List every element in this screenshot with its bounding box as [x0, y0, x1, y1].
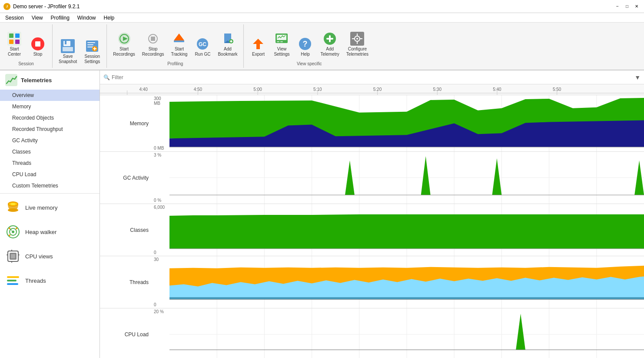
svg-rect-70 — [7, 280, 17, 281]
start-recordings-label: StartRecordings — [113, 47, 135, 57]
filter-input[interactable] — [112, 74, 633, 80]
sidebar-item-live-memory[interactable]: Live memory — [0, 195, 100, 220]
run-gc-label: Run GC — [195, 52, 210, 57]
sidebar-item-threads-big[interactable]: Threads — [0, 268, 100, 293]
app-icon: J — [3, 3, 10, 10]
sidebar-item-heap-walker[interactable]: Heap walker — [0, 220, 100, 244]
session-settings-button[interactable]: SessionSettings — [81, 37, 103, 66]
svg-rect-42 — [326, 38, 333, 40]
svg-rect-67 — [11, 250, 12, 251]
telemetries-icon — [5, 74, 17, 86]
svg-rect-37 — [280, 41, 283, 42]
sidebar-item-gc-activity[interactable]: GC Activity — [0, 135, 100, 146]
toolbar-group-session: StartCenter Stop Session — [0, 24, 53, 68]
filter-dropdown-icon[interactable]: ▼ — [634, 74, 641, 81]
sidebar-item-cpu-views[interactable]: CPU views — [0, 244, 100, 268]
title-bar: J Demo server - JProfiler 9.2.1 − □ ✕ — [0, 0, 644, 13]
view-settings-label: ViewSettings — [274, 47, 289, 57]
chart-area: 🔍 ▼ 4:40 4:50 5:00 5:10 5:2 — [100, 70, 644, 358]
menu-window[interactable]: Window — [74, 14, 100, 22]
title-bar-controls: − □ ✕ — [614, 3, 641, 10]
svg-rect-13 — [87, 44, 93, 45]
svg-marker-24 — [174, 33, 184, 40]
svg-text:4:40: 4:40 — [139, 87, 148, 92]
svg-text:5:00: 5:00 — [253, 87, 262, 92]
svg-text:5:30: 5:30 — [433, 87, 442, 92]
view-settings-button[interactable]: ViewSettings — [271, 30, 292, 59]
add-bookmark-label: AddBookmark — [218, 47, 237, 57]
start-center-label: StartCenter — [8, 47, 21, 57]
threads-chart-content: 30 0 — [152, 256, 644, 308]
session-group-label: Session — [18, 61, 34, 66]
close-button[interactable]: ✕ — [633, 3, 641, 10]
svg-text:GC: GC — [199, 41, 206, 47]
menu-bar: Session View Profiling Window Help — [0, 13, 644, 23]
svg-point-57 — [12, 231, 14, 233]
telemetries-label: Telemetries — [21, 77, 52, 84]
search-icon: 🔍 — [103, 74, 110, 80]
window-title: Demo server - JProfiler 9.2.1 — [13, 3, 80, 10]
svg-rect-2 — [15, 33, 20, 38]
stop-label: Stop — [33, 52, 43, 57]
svg-point-52 — [8, 208, 18, 212]
svg-rect-23 — [174, 40, 184, 42]
menu-profiling[interactable]: Profiling — [47, 14, 73, 22]
add-bookmark-button[interactable]: AddBookmark — [215, 30, 240, 59]
menu-help[interactable]: Help — [100, 14, 118, 22]
svg-marker-141 — [169, 297, 644, 299]
svg-marker-153 — [516, 314, 525, 350]
svg-rect-17 — [93, 48, 96, 49]
sidebar-item-custom-telemetries[interactable]: Custom Telemetries — [0, 180, 100, 191]
start-recordings-button[interactable]: StartRecordings — [110, 30, 138, 59]
classes-chart-panel: Classes 6,000 0 — [100, 204, 644, 256]
threads-big-icon — [5, 273, 21, 288]
svg-point-61 — [9, 234, 10, 236]
sidebar-item-recorded-objects[interactable]: Recorded Objects — [0, 112, 100, 124]
svg-point-45 — [356, 38, 358, 40]
live-memory-label: Live memory — [25, 204, 57, 211]
svg-point-60 — [16, 228, 17, 229]
start-tracking-button[interactable]: StartTracking — [168, 30, 190, 59]
sidebar-item-cpu-load[interactable]: CPU Load — [0, 169, 100, 180]
telemetries-header: Telemetries — [0, 70, 100, 90]
run-gc-button[interactable]: GC Run GC — [192, 30, 213, 59]
svg-rect-4 — [15, 40, 20, 44]
menu-view[interactable]: View — [28, 14, 46, 22]
svg-rect-6 — [35, 41, 40, 47]
memory-chart-label: Memory — [100, 95, 152, 151]
sidebar-item-threads[interactable]: Threads — [0, 157, 100, 169]
live-memory-icon — [5, 200, 21, 215]
stop-button[interactable]: Stop — [27, 30, 49, 59]
classes-chart-content: 6,000 0 — [152, 204, 644, 256]
minimize-button[interactable]: − — [614, 3, 621, 10]
svg-rect-69 — [7, 276, 19, 278]
sidebar-item-classes[interactable]: Classes — [0, 146, 100, 157]
filter-bar: 🔍 ▼ — [100, 70, 644, 84]
help-button[interactable]: ? Help — [294, 30, 316, 59]
gc-activity-chart-label: GC Activity — [100, 152, 152, 204]
svg-marker-113 — [421, 156, 431, 195]
configure-telemetries-button[interactable]: ConfigureTelemetries — [344, 30, 371, 59]
gc-activity-chart-canvas — [169, 152, 644, 204]
sidebar-item-overview[interactable]: Overview — [0, 90, 100, 101]
add-telemetry-button[interactable]: AddTelemetry — [318, 30, 342, 59]
stop-recordings-button[interactable]: StopRecordings — [139, 30, 167, 59]
heap-walker-label: Heap walker — [25, 229, 56, 235]
svg-text:5:50: 5:50 — [553, 87, 561, 92]
svg-rect-68 — [11, 261, 12, 263]
svg-text:5:10: 5:10 — [313, 87, 322, 92]
cpu-load-chart-scale: 20 % — [152, 308, 169, 358]
export-label: Export — [252, 52, 265, 57]
stop-recordings-label: StopRecordings — [142, 47, 164, 57]
maximize-button[interactable]: □ — [623, 3, 631, 10]
classes-chart-scale: 6,000 0 — [152, 204, 169, 256]
export-button[interactable]: Export — [247, 30, 269, 59]
menu-session[interactable]: Session — [2, 14, 27, 22]
sidebar-item-recorded-throughput[interactable]: Recorded Throughput — [0, 124, 100, 135]
threads-chart-panel: Threads 30 0 — [100, 256, 644, 308]
save-snapshot-button[interactable]: SaveSnapshot — [56, 37, 80, 66]
sidebar-item-memory[interactable]: Memory — [0, 101, 100, 112]
cpu-views-icon — [5, 248, 21, 264]
start-center-button[interactable]: StartCenter — [3, 30, 25, 59]
gc-activity-chart-scale: 3 % 0 % — [152, 152, 169, 204]
